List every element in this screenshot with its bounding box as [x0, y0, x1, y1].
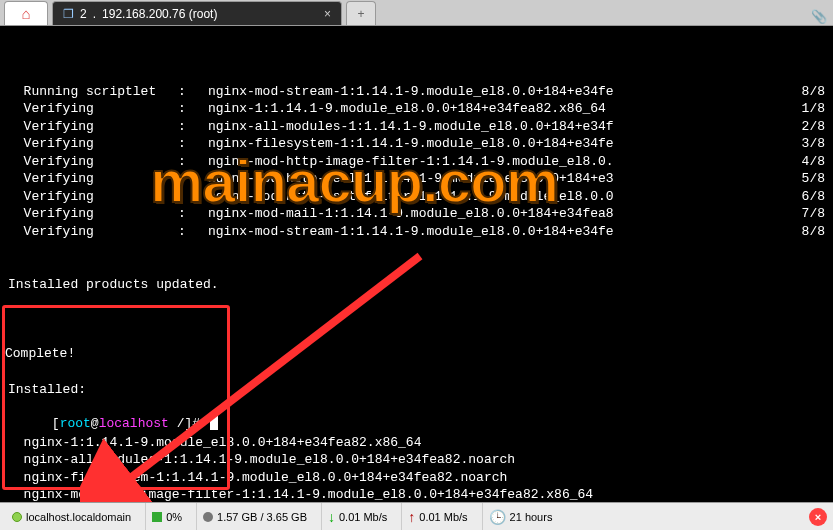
- home-icon: ⌂: [21, 5, 30, 22]
- status-bar: localhost.localdomain 0% 1.57 GB / 3.65 …: [0, 502, 833, 530]
- shell-prompt[interactable]: [root@localhost /]#: [5, 397, 225, 450]
- tab-index: 2: [80, 7, 87, 21]
- terminal-row: Verifying: nginx-mod-stream-1:1.14.1-9.m…: [8, 223, 825, 241]
- clock-icon: 🕒: [489, 509, 506, 525]
- prompt-at: @: [91, 416, 99, 431]
- arrow-up-icon: ↑: [408, 509, 415, 525]
- status-uptime-value: 21 hours: [510, 511, 553, 523]
- tab-bar: ⌂ ❐ 2. 192.168.200.76 (root) × + 📎: [0, 0, 833, 26]
- status-cpu[interactable]: 0%: [145, 503, 188, 530]
- status-host-label: localhost.localdomain: [26, 511, 131, 523]
- status-net-down[interactable]: ↓ 0.01 Mb/s: [321, 503, 393, 530]
- prompt-open: [: [52, 416, 60, 431]
- pin-icon[interactable]: 📎: [811, 9, 827, 25]
- close-icon: ×: [815, 511, 821, 523]
- status-net-down-value: 0.01 Mb/s: [339, 511, 387, 523]
- status-dot-icon: [12, 512, 22, 522]
- status-net-up[interactable]: ↑ 0.01 Mb/s: [401, 503, 473, 530]
- status-mem-value: 1.57 GB / 3.65 GB: [217, 511, 307, 523]
- status-cpu-value: 0%: [166, 511, 182, 523]
- close-button[interactable]: ×: [809, 508, 827, 526]
- cursor: [210, 416, 218, 430]
- terminal-row: Verifying: nginx-mod-http-xslt-filter-1:…: [8, 188, 825, 206]
- complete-line: Complete!: [5, 345, 225, 363]
- terminal-row: Running scriptlet: nginx-mod-stream-1:1.…: [8, 83, 825, 101]
- status-net-up-value: 0.01 Mb/s: [419, 511, 467, 523]
- tab-label: 192.168.200.76 (root): [102, 7, 217, 21]
- tab-close-icon[interactable]: ×: [324, 7, 331, 21]
- plus-icon: +: [357, 7, 364, 21]
- terminal-icon: ❐: [63, 7, 74, 21]
- terminal-row: Verifying: nginx-mod-http-perl-1:1.14.1-…: [8, 170, 825, 188]
- prompt-user: root: [60, 416, 91, 431]
- status-mem[interactable]: 1.57 GB / 3.65 GB: [196, 503, 313, 530]
- tab-session[interactable]: ❐ 2. 192.168.200.76 (root) ×: [52, 1, 342, 25]
- memory-icon: [203, 512, 213, 522]
- arrow-down-icon: ↓: [328, 509, 335, 525]
- status-uptime[interactable]: 🕒 21 hours: [482, 503, 559, 530]
- terminal-row: Verifying: nginx-filesystem-1:1.14.1-9.m…: [8, 135, 825, 153]
- terminal-row: Verifying: nginx-mod-http-image-filter-1…: [8, 153, 825, 171]
- terminal-row: Verifying: nginx-1:1.14.1-9.module_el8.0…: [8, 100, 825, 118]
- terminal-output[interactable]: Running scriptlet: nginx-mod-stream-1:1.…: [0, 26, 833, 502]
- terminal-row: Verifying: nginx-all-modules-1:1.14.1-9.…: [8, 118, 825, 136]
- tab-new[interactable]: +: [346, 1, 376, 25]
- tab-home[interactable]: ⌂: [4, 1, 48, 25]
- cpu-icon: [152, 512, 162, 522]
- highlight-box: Complete! [root@localhost /]#: [2, 305, 230, 490]
- prompt-host: localhost: [99, 416, 169, 431]
- installed-products-line: Installed products updated.: [8, 276, 825, 294]
- status-host[interactable]: localhost.localdomain: [6, 503, 137, 530]
- terminal-row: Verifying: nginx-mod-mail-1:1.14.1-9.mod…: [8, 205, 825, 223]
- terminal-rows: Running scriptlet: nginx-mod-stream-1:1.…: [8, 83, 825, 241]
- prompt-path: /]#: [169, 416, 208, 431]
